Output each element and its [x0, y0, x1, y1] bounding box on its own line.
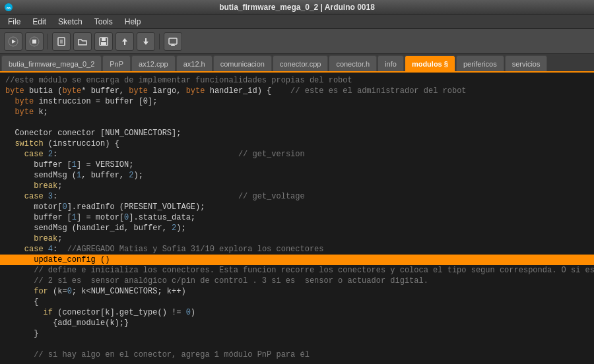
code-line-2: byte butia (byte* buffer, byte largo, by… [0, 86, 594, 96]
code-line-26 [0, 339, 594, 349]
code-line-12: case 3: // get_voltage [0, 191, 594, 202]
tab-info[interactable]: info [378, 55, 404, 71]
save-button[interactable] [94, 32, 113, 51]
code-line-7: switch (instruccion) { [0, 138, 594, 149]
svg-rect-11 [102, 38, 106, 41]
code-line-27: // si hay algo en el conector, agrega 1 … [0, 349, 594, 360]
svg-text:∞: ∞ [7, 5, 11, 11]
code-line-10: sendMsg (1, buffer, 2); [0, 170, 594, 181]
svg-marker-13 [122, 38, 127, 45]
svg-marker-14 [143, 38, 148, 45]
code-line-25: } [0, 328, 594, 339]
download-button[interactable] [137, 32, 155, 51]
run-button[interactable] [4, 32, 22, 51]
menu-sketch[interactable]: Sketch [53, 16, 88, 28]
open-button[interactable] [73, 32, 92, 51]
upload-button[interactable] [116, 32, 134, 51]
svg-rect-5 [32, 40, 36, 44]
menu-tools[interactable]: Tools [89, 16, 118, 28]
tab-conector-cpp[interactable]: conector.cpp [273, 55, 328, 71]
main-content: //este módulo se encarga de implementar … [0, 73, 594, 364]
menu-file[interactable]: File [3, 16, 26, 28]
code-area[interactable]: //este módulo se encarga de implementar … [0, 73, 594, 364]
code-line-5 [0, 117, 594, 128]
code-line-15: sendMsg (handler_id, buffer, 2); [0, 223, 594, 233]
toolbar-sep-1 [48, 34, 48, 49]
title-bar: ∞ butia_firmware_mega_0_2 | Arduino 0018 [0, 0, 594, 15]
code-line-13: motor[0].readInfo (PRESENT_VOLTAGE); [0, 202, 594, 212]
code-line-23: if (conector[k].get_type() != 0) [0, 307, 594, 318]
app-icon: ∞ [4, 3, 13, 12]
code-line-1: //este módulo se encarga de implementar … [0, 75, 594, 86]
code-line-24: {add_module(k);} [0, 318, 594, 328]
code-line-22: { [0, 297, 594, 307]
code-line-3: byte instruccion = buffer [0]; [0, 96, 594, 107]
svg-rect-15 [169, 38, 177, 44]
tab-servicios[interactable]: servicios [505, 55, 548, 71]
code-line-20: // 2 si es sensor analógico c/pin de con… [0, 276, 594, 286]
code-line-14: buffer [1] = motor[0].status_data; [0, 212, 594, 223]
code-line-28 [0, 360, 594, 364]
svg-rect-12 [101, 42, 106, 45]
code-line-16: break; [0, 233, 594, 244]
code-line-9: buffer [1] = VERSION; [0, 160, 594, 170]
toolbar [0, 29, 594, 54]
code-line-18-highlighted: update_config () [0, 255, 594, 265]
code-line-21: for (k=0; k<NUM_CONNECTORS; k++) [0, 286, 594, 297]
stop-button[interactable] [25, 32, 44, 51]
tab-ax12-cpp[interactable]: ax12.cpp [131, 55, 176, 71]
tab-perifericos[interactable]: perifericos [456, 55, 504, 71]
code-line-6: Conector conector [NUM_CONNECTORS]; [0, 128, 594, 138]
menu-help[interactable]: Help [119, 16, 147, 28]
new-button[interactable] [52, 32, 71, 51]
tab-ax12-h[interactable]: ax12.h [176, 55, 213, 71]
tab-comunicacion[interactable]: comunicacion [213, 55, 272, 71]
code-line-11: break; [0, 181, 594, 191]
menu-edit[interactable]: Edit [27, 16, 51, 28]
tab-butia-firmware[interactable]: butia_firmware_mega_0_2 [1, 55, 102, 71]
tabs-bar: butia_firmware_mega_0_2 PnP ax12.cpp ax1… [0, 54, 594, 73]
title-text: butia_firmware_mega_0_2 | Arduino 0018 [219, 3, 375, 12]
code-line-17: case 4: //AGREGADO Matias y Sofia 31/10 … [0, 244, 594, 255]
serial-monitor-button[interactable] [164, 32, 182, 51]
tab-modulos[interactable]: modulos § [405, 55, 455, 71]
toolbar-sep-2 [159, 34, 160, 49]
menu-bar: File Edit Sketch Tools Help [0, 15, 594, 29]
code-line-19: // define e inicializa los conectores. E… [0, 265, 594, 276]
code-line-8: case 2: // get_version [0, 149, 594, 160]
tab-conector-h[interactable]: conector.h [329, 55, 377, 71]
tab-pnp[interactable]: PnP [102, 55, 131, 71]
code-line-4: byte k; [0, 107, 594, 117]
